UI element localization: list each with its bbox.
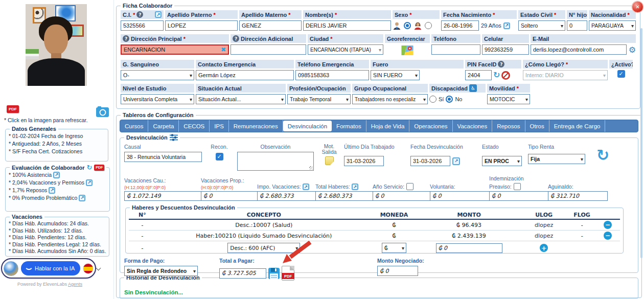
observacion-textarea[interactable]: [237, 152, 314, 171]
direccion-principal-input[interactable]: ENCARNACION: [121, 44, 229, 55]
moneda-select[interactable]: ₲: [382, 243, 406, 253]
employee-photo[interactable]: [26, 4, 87, 86]
total-pagar-input[interactable]: ₲ 3.727.505: [219, 268, 266, 279]
ci-input[interactable]: 5325566: [121, 20, 164, 31]
tab-remuneraciones[interactable]: Remuneraciones: [229, 120, 283, 132]
nivel-estudio-select[interactable]: Universitaria Completa: [121, 94, 194, 104]
discapacidad-no-radio[interactable]: [446, 96, 453, 103]
tab-cursos[interactable]: Cursos: [120, 120, 148, 132]
celular-input[interactable]: 992363259: [482, 44, 529, 55]
recon-checkbox[interactable]: [216, 153, 223, 160]
tipo-renta-select[interactable]: Fija: [528, 154, 585, 164]
tab-cecos[interactable]: CECOS: [179, 120, 210, 132]
pdf-icon[interactable]: [94, 165, 104, 171]
open-external-icon[interactable]: [86, 179, 93, 186]
camera-icon[interactable]: [96, 107, 109, 117]
apellido-paterno-input[interactable]: LOPEZ: [165, 20, 238, 31]
language-flag-spanish[interactable]: [83, 263, 94, 274]
ano-servicio-checkbox[interactable]: [406, 183, 413, 190]
aguinaldo-value[interactable]: ₲ 312.710: [548, 191, 608, 201]
grupo-ocupacional-select[interactable]: Trabajadores no especializ: [352, 94, 428, 104]
map-icon[interactable]: [401, 44, 414, 56]
open-edad-icon[interactable]: [503, 22, 510, 29]
sexo-male-radio[interactable]: [404, 22, 411, 29]
fecha-desvinculacion-input[interactable]: 31-03-2026: [410, 156, 450, 166]
contacto-emergencia-input[interactable]: Germán López: [196, 70, 294, 80]
help-icon[interactable]: [123, 35, 129, 42]
fuero-select[interactable]: SIN FUERO: [371, 70, 420, 80]
n-hijos-input[interactable]: 0: [567, 20, 587, 31]
open-total-haberes-icon[interactable]: [352, 183, 358, 190]
tab-ips[interactable]: IPS: [210, 120, 229, 132]
total-haberes-value[interactable]: ₲ 2.680.373: [315, 191, 373, 201]
preaviso-checkbox[interactable]: [514, 183, 521, 190]
pin-faceid-input[interactable]: 2404: [465, 70, 492, 80]
open-external-icon[interactable]: [79, 195, 85, 201]
clear-icon[interactable]: [221, 46, 226, 53]
telefono-input[interactable]: [431, 44, 480, 55]
ano-servicio-value[interactable]: ₲ 0: [373, 191, 430, 201]
tab-reposos[interactable]: Reposos: [492, 120, 525, 132]
tab-carpeta[interactable]: Carpeta: [148, 120, 179, 132]
forma-pago-select[interactable]: Sin Regla de Redondeo: [124, 266, 198, 276]
tab-otros[interactable]: Otros: [525, 120, 549, 132]
impo-vacaciones-value[interactable]: ₲ 2.680.373: [257, 191, 316, 201]
help-icon[interactable]: [498, 61, 504, 67]
sliders-icon[interactable]: [170, 134, 178, 141]
telefono-emergencia-input[interactable]: 0985158363: [295, 70, 369, 80]
block-icon[interactable]: [501, 71, 510, 80]
estado-civil-select[interactable]: Soltero: [518, 20, 565, 31]
estado-select[interactable]: EN PROC: [482, 156, 522, 166]
fecha-nacimiento-input[interactable]: 26-08-1996: [441, 20, 479, 31]
ciudad-select[interactable]: ENCARNACION (ITAPUA): [308, 44, 383, 55]
ia-avatar[interactable]: [4, 261, 18, 276]
g-sanguineo-select[interactable]: O-: [121, 70, 194, 80]
open-external-icon[interactable]: [49, 187, 55, 194]
preaviso-value[interactable]: ₲ 0: [489, 191, 548, 201]
nacionalidad-select[interactable]: PARAGUAYA: [589, 20, 636, 31]
apellido-materno-input[interactable]: GENEZ: [239, 20, 302, 31]
vac-prop-value[interactable]: ₲ 0: [201, 191, 258, 201]
open-external-icon[interactable]: [53, 172, 60, 178]
tab-desvinculacion[interactable]: Desvinculación: [283, 121, 332, 131]
tab-formatos[interactable]: Formatos: [332, 120, 366, 132]
refresh-desvinculacion-icon[interactable]: [596, 148, 609, 163]
help-icon[interactable]: [136, 11, 143, 18]
vac-cau-value[interactable]: ₲ 1.072.149: [124, 191, 201, 201]
tab-operaciones[interactable]: Operaciones: [409, 120, 452, 132]
agents-link[interactable]: Agents: [68, 282, 82, 287]
sexo-female-radio[interactable]: [425, 22, 432, 29]
activo-checkbox[interactable]: [617, 70, 625, 78]
situacion-actual-select[interactable]: Situación Actual...: [196, 94, 286, 104]
tab-hoja-de-vida[interactable]: Hoja de Vida: [366, 120, 410, 132]
add-row-button[interactable]: [540, 244, 548, 252]
monto-negociado-input[interactable]: ₲ 0: [377, 266, 418, 276]
tab-vacaciones[interactable]: Vacaciones: [453, 120, 493, 132]
save-icon[interactable]: [268, 267, 280, 280]
ia-call-button[interactable]: Hablar con la IA: [21, 261, 80, 275]
remove-row-button[interactable]: [604, 232, 612, 240]
remove-row-button[interactable]: [604, 221, 612, 229]
mot-salida-note-icon[interactable]: [325, 156, 334, 165]
gear-search-icon[interactable]: [629, 45, 636, 55]
pdf-export-icon[interactable]: [282, 266, 294, 281]
pdf-icon[interactable]: [7, 105, 19, 113]
nombres-input[interactable]: DERLIS JAVIER: [303, 20, 391, 31]
causal-input[interactable]: 38 - Renuncia Voluntaria: [124, 152, 202, 162]
open-ci-icon[interactable]: [155, 11, 162, 18]
email-input[interactable]: derlis.lopez@controlroll.com: [531, 44, 627, 55]
discapacidad-si-radio[interactable]: [429, 96, 436, 103]
tab-entrega-de-cargo[interactable]: Entrega de Cargo: [549, 120, 606, 132]
profesion-select[interactable]: Trabajo Temporal: [287, 94, 351, 104]
movilidad-select[interactable]: MOTOCIC: [487, 94, 530, 104]
voluntaria-value[interactable]: ₲ 0: [430, 191, 490, 201]
close-button[interactable]: [632, 2, 643, 12]
open-impo-icon[interactable]: [303, 183, 309, 190]
como-llego-select[interactable]: Interno: DIARIO: [523, 70, 608, 80]
monto-input[interactable]: ₲ 0: [436, 243, 502, 253]
help-icon[interactable]: [233, 35, 239, 42]
ultimo-dia-input[interactable]: 31-03-2026: [344, 156, 384, 166]
direccion-adicional-input[interactable]: [231, 44, 306, 55]
refresh-pin-icon[interactable]: [493, 71, 500, 79]
refresh-icon[interactable]: [86, 164, 92, 171]
